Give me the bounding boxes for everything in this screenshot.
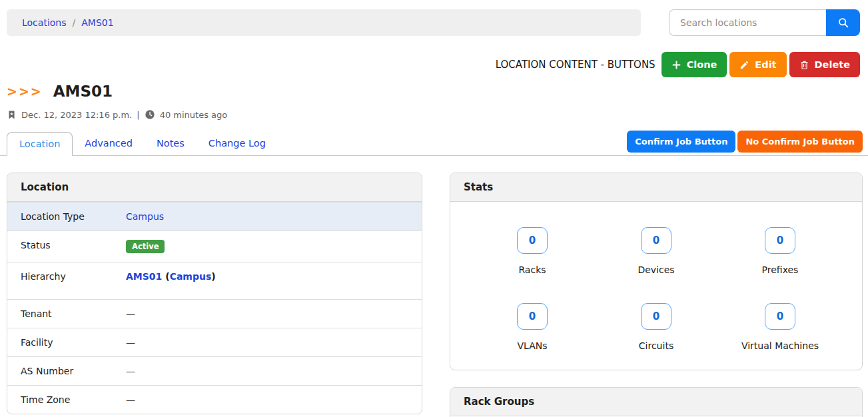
plus-icon — [671, 60, 681, 70]
circuits-count-button[interactable]: 0 — [641, 303, 671, 330]
prefixes-count-button[interactable]: 0 — [765, 227, 795, 254]
search-button[interactable] — [826, 9, 860, 36]
stat-devices: 0 Devices — [594, 227, 718, 275]
tab-change-log[interactable]: Change Log — [197, 132, 278, 155]
facility-value: — — [126, 337, 408, 348]
tabs: Location Advanced Notes Change Log — [7, 132, 278, 155]
last-updated: 40 minutes ago — [160, 110, 228, 120]
table-row-location-type: Location Type Campus — [7, 202, 422, 230]
search-input[interactable] — [669, 9, 826, 36]
pencil-icon — [739, 60, 749, 70]
stat-racks: 0 Racks — [470, 227, 594, 275]
stat-label-circuits: Circuits — [639, 340, 673, 351]
racks-count-button[interactable]: 0 — [517, 227, 548, 254]
vlans-count-button[interactable]: 0 — [517, 303, 548, 330]
object-actions-row: LOCATION CONTENT - BUTTONS Clone Edit De… — [7, 52, 860, 77]
job-buttons: Confirm Job Button No Confirm Job Button — [627, 131, 863, 153]
table-row-as-number: AS Number — — [7, 356, 422, 385]
confirm-job-button[interactable]: Confirm Job Button — [627, 131, 735, 153]
tab-notes[interactable]: Notes — [145, 132, 197, 155]
title-row: >>> AMS01 — [7, 83, 861, 100]
paren-close: ) — [211, 271, 215, 282]
attr-label: Status — [21, 240, 126, 250]
page-title: AMS01 — [53, 83, 113, 100]
hierarchy-type-link[interactable]: Campus — [170, 271, 212, 282]
stats-grid: 0 Racks 0 Devices 0 Prefixes 0 VLANs 0 — [450, 202, 862, 370]
tenant-value: — — [126, 308, 408, 319]
hierarchy-location-link[interactable]: AMS01 — [126, 271, 162, 282]
stat-virtual-machines: 0 Virtual Machines — [718, 303, 842, 351]
attr-label: Time Zone — [21, 394, 126, 405]
clone-button-label: Clone — [687, 59, 717, 70]
stat-label-racks: Racks — [518, 264, 546, 275]
breadcrumb-link-ams01[interactable]: AMS01 — [81, 17, 113, 28]
tab-bar: Location Advanced Notes Change Log Confi… — [0, 131, 868, 156]
meta-separator: | — [137, 110, 139, 120]
no-confirm-job-button[interactable]: No Confirm Job Button — [737, 131, 863, 153]
virtual-machines-count-button[interactable]: 0 — [765, 303, 795, 330]
edit-button[interactable]: Edit — [729, 52, 786, 77]
devices-count-button[interactable]: 0 — [641, 227, 671, 254]
attr-label: Tenant — [21, 308, 126, 319]
tab-advanced[interactable]: Advanced — [73, 132, 145, 155]
attr-label: Facility — [21, 337, 126, 348]
edit-button-label: Edit — [755, 59, 776, 70]
status-badge[interactable]: Active — [126, 240, 165, 253]
left-column: Location Location Type Campus Status Act… — [7, 173, 422, 414]
stats-panel: Stats 0 Racks 0 Devices 0 Prefixes 0 VLA… — [450, 173, 863, 370]
clone-button[interactable]: Clone — [661, 52, 727, 77]
actions-label: LOCATION CONTENT - BUTTONS — [496, 59, 655, 71]
as-number-value: — — [126, 366, 408, 376]
attr-label: AS Number — [21, 366, 126, 376]
delete-button[interactable]: Delete — [789, 52, 860, 77]
bookmark-icon — [7, 110, 17, 120]
delete-button-label: Delete — [815, 59, 850, 70]
stat-vlans: 0 VLANs — [470, 303, 594, 351]
stats-panel-title: Stats — [450, 173, 862, 202]
location-panel: Location Location Type Campus Status Act… — [7, 173, 422, 414]
stat-label-prefixes: Prefixes — [762, 264, 799, 275]
stat-label-vlans: VLANs — [517, 340, 547, 351]
breadcrumb: Locations / AMS01 — [7, 9, 641, 36]
stat-prefixes: 0 Prefixes — [718, 227, 842, 275]
rack-groups-panel: Rack Groups — [450, 387, 863, 417]
rack-groups-panel-title: Rack Groups — [450, 388, 862, 416]
table-row-time-zone: Time Zone — — [7, 385, 422, 414]
breadcrumb-link-locations[interactable]: Locations — [22, 17, 67, 28]
title-chevrons: >>> — [7, 84, 43, 99]
breadcrumb-separator: / — [73, 17, 76, 28]
time-zone-value: — — [126, 394, 408, 405]
location-panel-title: Location — [7, 173, 422, 202]
trash-icon — [799, 60, 809, 70]
main-content: Location Location Type Campus Status Act… — [7, 173, 863, 417]
stat-label-virtual-machines: Virtual Machines — [741, 340, 819, 351]
table-row-status: Status Active — [7, 230, 422, 262]
created-date: Dec. 12, 2023 12:16 p.m. — [21, 110, 132, 120]
attr-label: Location Type — [21, 211, 126, 222]
search-icon — [837, 16, 850, 29]
stat-circuits: 0 Circuits — [594, 303, 718, 351]
clock-icon — [145, 109, 155, 120]
attr-label: Hierarchy — [21, 271, 126, 282]
top-bar: Locations / AMS01 — [7, 9, 860, 36]
tab-location[interactable]: Location — [7, 132, 73, 156]
table-row-hierarchy: Hierarchy AMS01 (Campus) — [7, 262, 422, 299]
table-row-facility: Facility — — [7, 328, 422, 356]
table-row-tenant: Tenant — — [7, 299, 422, 328]
right-column: Stats 0 Racks 0 Devices 0 Prefixes 0 VLA… — [450, 173, 863, 417]
meta-row: Dec. 12, 2023 12:16 p.m. | 40 minutes ag… — [7, 109, 861, 120]
stat-label-devices: Devices — [638, 264, 674, 275]
location-type-link[interactable]: Campus — [126, 211, 164, 222]
search-group — [669, 9, 860, 36]
